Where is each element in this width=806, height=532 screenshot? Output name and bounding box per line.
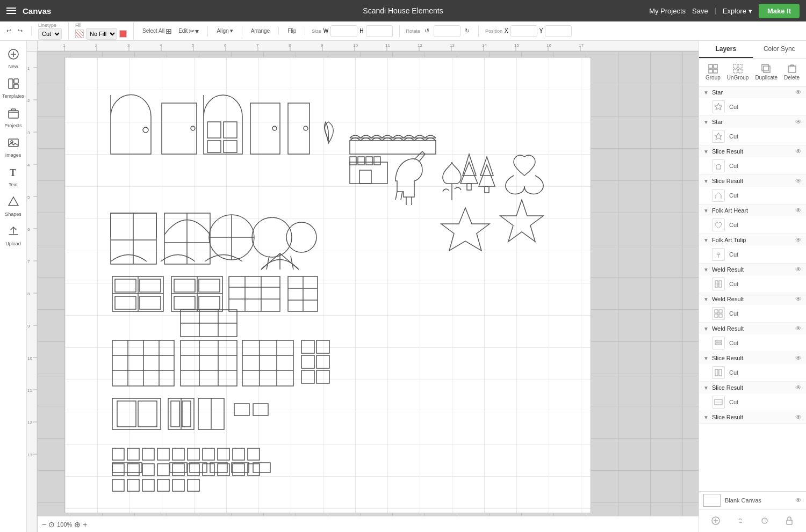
arch-fan[interactable]: [261, 253, 299, 269]
layer-header-slice-4[interactable]: ▼ Slice Result 👁: [699, 382, 806, 393]
small-rect-2[interactable]: [253, 404, 268, 416]
canvas-white[interactable]: [64, 57, 591, 513]
sidebar-item-text[interactable]: T Text: [1, 163, 26, 191]
zoom-circle-out[interactable]: ⊙: [48, 520, 55, 529]
window-arched-1[interactable]: [111, 213, 156, 264]
extra-grid-1[interactable]: [181, 310, 237, 337]
window-round-cross[interactable]: [209, 215, 254, 260]
tile-row-3[interactable]: [112, 479, 199, 491]
eye-icon[interactable]: 👁: [795, 354, 802, 362]
layer-header-slice-3[interactable]: ▼ Slice Result 👁: [699, 352, 806, 364]
ungroup-button[interactable]: UnGroup: [725, 62, 751, 83]
arched-door-2[interactable]: [204, 95, 242, 154]
tall-window-3[interactable]: [198, 398, 224, 429]
eye-icon[interactable]: 👁: [795, 384, 802, 391]
sidebar-item-projects[interactable]: Projects: [1, 104, 26, 132]
dala-horse[interactable]: [395, 151, 425, 205]
christmas-trees[interactable]: [460, 154, 495, 193]
tab-layers[interactable]: Layers: [699, 41, 753, 58]
canvas-eye-icon[interactable]: 👁: [795, 497, 802, 504]
rotate-ccw-button[interactable]: ↺: [422, 26, 431, 35]
tile-row-2[interactable]: [112, 464, 260, 476]
eye-icon[interactable]: 👁: [795, 207, 802, 214]
tab-color-sync[interactable]: Color Sync: [753, 41, 807, 58]
sidebar-item-upload[interactable]: Upload: [1, 222, 26, 250]
undo-button[interactable]: ↩: [4, 26, 13, 35]
duplicate-button[interactable]: Duplicate: [753, 62, 780, 83]
tall-window-1[interactable]: [112, 398, 161, 429]
zoom-circle-in[interactable]: ⊕: [74, 520, 81, 529]
panel-bottom-btn-2[interactable]: [733, 514, 747, 528]
linetype-select[interactable]: Cut: [38, 28, 62, 40]
small-squares-row[interactable]: [301, 340, 329, 383]
height-input[interactable]: [366, 25, 393, 37]
small-grid-1[interactable]: [112, 340, 174, 386]
tall-window-2[interactable]: [168, 398, 194, 429]
explore-button[interactable]: Explore ▾: [723, 7, 752, 15]
window-9pane-2[interactable]: [288, 276, 318, 311]
fill-color-swatch[interactable]: [119, 30, 127, 38]
layer-header-heart[interactable]: ▼ Folk Art Heart 👁: [699, 205, 806, 216]
align-button[interactable]: Align▾: [214, 26, 235, 35]
delete-button[interactable]: Delete: [782, 62, 802, 83]
rotate-cw-button[interactable]: ↻: [463, 26, 472, 35]
eye-icon[interactable]: 👁: [795, 148, 802, 155]
canvas-area[interactable]: 1234567891011121314151617 (function(){ c…: [27, 41, 699, 532]
eye-icon[interactable]: 👁: [795, 325, 802, 332]
small-grid-2[interactable]: [181, 340, 237, 386]
layer-header-slice-5[interactable]: ▼ Slice Result 👁: [699, 411, 806, 423]
rect-door-1[interactable]: [162, 103, 197, 154]
eye-icon[interactable]: 👁: [795, 118, 802, 126]
zoom-in-button[interactable]: +: [83, 520, 87, 529]
group-button[interactable]: Group: [703, 62, 723, 83]
small-grid-3[interactable]: [242, 340, 293, 386]
layer-header-star-1[interactable]: ▼ Star 👁: [699, 86, 806, 98]
make-it-button[interactable]: Make It: [759, 4, 800, 18]
rect-door-3[interactable]: [288, 103, 310, 154]
layer-header-weld-2[interactable]: ▼ Weld Result 👁: [699, 293, 806, 305]
sidebar-item-shapes[interactable]: Shapes: [1, 193, 26, 220]
panel-bottom-btn-1[interactable]: [709, 514, 723, 528]
arched-door-1[interactable]: [111, 94, 151, 154]
select-all-button[interactable]: Select All ⊞: [140, 26, 174, 37]
scallop-border[interactable]: [350, 135, 436, 154]
x-input[interactable]: [510, 25, 537, 37]
edit-button[interactable]: Edit ✂▾: [176, 26, 201, 37]
star-6pt-large[interactable]: [441, 208, 490, 251]
window-circular-1[interactable]: [252, 217, 292, 257]
menu-icon[interactable]: [6, 8, 16, 14]
star-4pt[interactable]: [500, 200, 543, 242]
sidebar-item-new[interactable]: New: [1, 45, 26, 72]
eye-icon[interactable]: 👁: [795, 89, 802, 96]
zoom-out-button[interactable]: −: [42, 520, 46, 529]
layer-header-weld-3[interactable]: ▼ Weld Result 👁: [699, 323, 806, 334]
window-6pane-2[interactable]: [171, 276, 222, 311]
small-rect-1[interactable]: [234, 404, 249, 416]
eye-icon[interactable]: 👁: [795, 177, 802, 185]
folk-art-tulip[interactable]: [443, 162, 461, 200]
panel-bottom-btn-4[interactable]: [782, 514, 796, 528]
layer-header-tulip[interactable]: ▼ Folk Art Tulip 👁: [699, 234, 806, 246]
save-button[interactable]: Save: [692, 7, 708, 15]
arch-1[interactable]: [111, 255, 147, 262]
folk-art-shape[interactable]: [325, 122, 334, 143]
my-projects-button[interactable]: My Projects: [649, 7, 686, 15]
fill-select[interactable]: No Fill: [86, 28, 117, 40]
tile-row-1[interactable]: [112, 448, 260, 460]
rect-door-2[interactable]: [250, 103, 280, 154]
window-6pane-1[interactable]: [112, 276, 163, 311]
folk-art-heart[interactable]: [506, 155, 543, 194]
window-circular-2[interactable]: [286, 222, 316, 252]
eye-icon[interactable]: 👁: [795, 295, 802, 303]
rotate-input[interactable]: [434, 25, 460, 37]
redo-button[interactable]: ↪: [16, 26, 25, 35]
eye-icon[interactable]: 👁: [795, 236, 802, 244]
layer-header-star-2[interactable]: ▼ Star 👁: [699, 116, 806, 128]
sidebar-item-images[interactable]: Images: [1, 134, 26, 161]
flip-button[interactable]: Flip: [285, 27, 298, 35]
sidebar-item-templates[interactable]: Templates: [1, 75, 26, 102]
layer-header-slice-2[interactable]: ▼ Slice Result 👁: [699, 175, 806, 187]
castle[interactable]: [350, 157, 387, 184]
arch-2[interactable]: [161, 255, 195, 262]
eye-icon[interactable]: 👁: [795, 266, 802, 273]
